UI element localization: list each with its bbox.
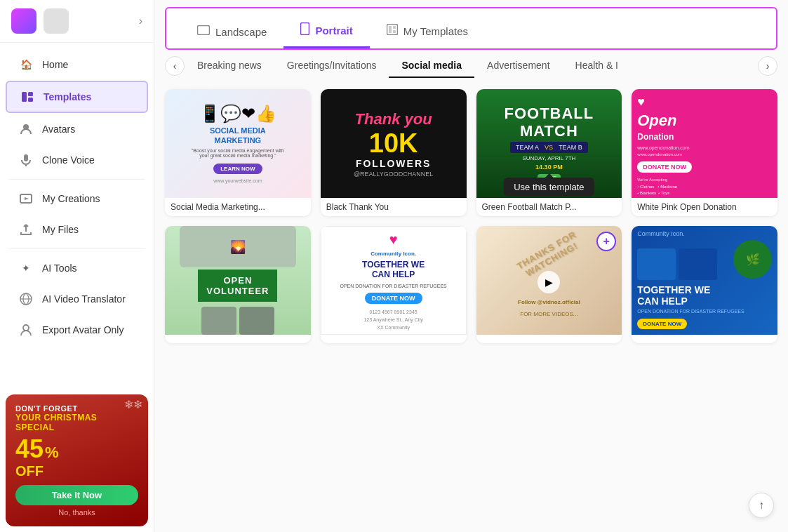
sidebar-item-clone-voice[interactable]: Clone Voice	[6, 145, 148, 175]
nav-divider-1	[8, 179, 145, 180]
tab-landscape-label: Landscape	[215, 26, 267, 38]
template-label-4: White Pink Open Donation	[632, 198, 777, 216]
cat-next-btn[interactable]: ›	[758, 56, 777, 76]
svg-rect-13	[387, 25, 397, 35]
cat-tab-health[interactable]: Health & I	[563, 54, 631, 78]
avatars-icon	[18, 121, 34, 137]
my-files-icon	[18, 222, 34, 237]
template-label-8	[632, 335, 777, 343]
promo-off-label: OFF	[15, 463, 138, 479]
promo-dont-forget: DON'T FORGET	[15, 404, 138, 413]
promo-card: ❄❄ DON'T FORGET YOUR CHRISTMAS SPECIAL 4…	[6, 394, 148, 526]
promo-no-thanks[interactable]: No, thanks	[15, 508, 138, 517]
sidebar-logo: ›	[0, 0, 154, 43]
sidebar-item-export-avatar[interactable]: Export Avatar Only	[6, 315, 148, 345]
template-thumb-6: ♥ Community Icon. TOGETHER WECAN HELP OP…	[321, 226, 467, 335]
svg-marker-7	[25, 197, 29, 200]
template-card-community-together[interactable]: ♥ Community Icon. TOGETHER WECAN HELP OP…	[321, 226, 467, 343]
svg-rect-4	[24, 154, 28, 161]
home-icon: 🏠	[18, 57, 34, 72]
svg-point-10	[23, 325, 29, 331]
template-card-pink-donation[interactable]: ♥ Open Donation www.opendonation.com www…	[632, 89, 777, 216]
template-thumb-8: Community Icon. 🌿 TOGETHER WECAN HELP OP…	[632, 226, 777, 335]
promo-discount-number: 45	[15, 435, 44, 463]
scroll-to-top-btn[interactable]: ↑	[749, 493, 774, 518]
template-card-open-volunteer[interactable]: 🌄 OPENVOLUNTEER	[165, 226, 311, 343]
sidebar-navigation: 🏠 Home Templates Avatars Clone Voice	[0, 43, 154, 389]
export-avatar-icon	[18, 322, 34, 338]
portrait-icon	[300, 22, 309, 38]
template-card-thanks-watching[interactable]: THANKS FORWATCHING! ▶ Follow @vidnoz.off…	[476, 226, 622, 343]
sidebar-item-ai-tools[interactable]: ✦ AI Tools	[6, 253, 148, 283]
svg-rect-1	[28, 92, 33, 96]
svg-rect-0	[22, 92, 27, 102]
sidebar-item-label: AI Video Translator	[42, 293, 126, 305]
scroll-top-icon: ↑	[759, 499, 764, 512]
main-wrapper: Landscape Portrait My Templates ‹ Breaki	[154, 0, 788, 532]
category-bar: ‹ Breaking news Greetings/Invitations So…	[154, 50, 788, 82]
cat-tab-advertisement[interactable]: Advertisement	[474, 54, 562, 78]
sidebar-item-label: Templates	[44, 91, 91, 102]
promo-xmas-label: YOUR CHRISTMAS SPECIAL	[15, 413, 138, 432]
sidebar-item-label: Export Avatar Only	[42, 324, 123, 335]
my-creations-icon	[18, 191, 34, 206]
cat-prev-btn[interactable]: ‹	[165, 56, 185, 76]
sidebar-item-avatars[interactable]: Avatars	[6, 114, 148, 144]
svg-rect-16	[393, 30, 396, 33]
promo-decoration: ❄❄	[124, 398, 142, 411]
sidebar-item-label: Clone Voice	[42, 154, 95, 166]
nav-divider-2	[8, 248, 145, 249]
templates-grid: 📱💬❤👍 SOCIAL MEDIAMARKETING "Boost your s…	[154, 82, 788, 532]
promo-take-btn[interactable]: Take It Now	[15, 485, 138, 505]
cat-tab-social-media[interactable]: Social media	[389, 54, 474, 78]
tab-landscape[interactable]: Landscape	[180, 20, 283, 48]
tab-portrait[interactable]: Portrait	[283, 17, 369, 48]
tab-bar-top: Landscape Portrait My Templates	[165, 7, 777, 50]
tab-portrait-label: Portrait	[315, 25, 352, 36]
svg-rect-2	[28, 98, 33, 102]
cat-tab-breaking-news[interactable]: Breaking news	[185, 54, 274, 78]
clone-voice-icon	[18, 152, 34, 168]
logo-secondary	[44, 8, 69, 34]
template-card-black-thank-you[interactable]: Thank you 10K FOLLOWERS @REALLYGOODCHANN…	[321, 89, 467, 216]
main-content: Landscape Portrait My Templates ‹ Breaki	[154, 0, 788, 532]
promo-percent: %	[45, 444, 59, 462]
ai-tools-icon: ✦	[18, 260, 34, 276]
sidebar-item-my-files[interactable]: My Files	[6, 215, 148, 244]
category-tabs: Breaking news Greetings/Invitations Soci…	[185, 54, 758, 78]
cat-tab-greetings[interactable]: Greetings/Invitations	[274, 54, 389, 78]
ai-video-translator-icon	[18, 291, 34, 307]
svg-rect-14	[389, 26, 392, 33]
sidebar-item-my-creations[interactable]: My Creations	[6, 184, 148, 213]
tab-my-templates-label: My Templates	[403, 25, 468, 37]
template-card-social-media-marketing[interactable]: 📱💬❤👍 SOCIAL MEDIAMARKETING "Boost your s…	[165, 89, 311, 216]
template-label-2: Black Thank You	[321, 198, 467, 216]
sidebar-item-label: My Files	[42, 224, 79, 235]
sidebar-item-ai-video-translator[interactable]: AI Video Translator	[6, 284, 148, 314]
template-card-football-match[interactable]: FOOTBALLMATCH TEAM AVSTEAM B SUNDAY, APR…	[476, 89, 622, 216]
sidebar-item-templates[interactable]: Templates	[6, 81, 148, 113]
template-thumb-1: 📱💬❤👍 SOCIAL MEDIAMARKETING "Boost your s…	[165, 89, 311, 198]
sidebar-item-label: Home	[42, 59, 68, 70]
template-label-6	[321, 335, 467, 343]
my-templates-icon	[387, 24, 398, 38]
sidebar-item-label: AI Tools	[42, 262, 77, 274]
sidebar: › 🏠 Home Templates Avatars Clone Voice	[0, 0, 154, 532]
template-label-7	[476, 335, 622, 343]
templates-icon	[20, 89, 35, 105]
template-label-3: Green Football Match P...	[476, 198, 622, 216]
tab-my-templates[interactable]: My Templates	[370, 18, 485, 48]
landscape-icon	[197, 25, 210, 38]
sidebar-item-home[interactable]: 🏠 Home	[6, 50, 148, 79]
template-thumb-4: ♥ Open Donation www.opendonation.com www…	[632, 89, 777, 198]
sidebar-item-label: Avatars	[42, 124, 75, 135]
logo-primary	[11, 8, 36, 34]
svg-rect-12	[301, 23, 309, 35]
sidebar-collapse-btn[interactable]: ›	[139, 15, 142, 27]
template-label-5	[165, 335, 311, 343]
template-thumb-2: Thank you 10K FOLLOWERS @REALLYGOODCHANN…	[321, 89, 467, 198]
svg-rect-15	[393, 26, 396, 29]
svg-rect-11	[198, 26, 210, 35]
template-card-together-blue[interactable]: Community Icon. 🌿 TOGETHER WECAN HELP OP…	[632, 226, 777, 343]
template-thumb-5: 🌄 OPENVOLUNTEER	[165, 226, 311, 335]
